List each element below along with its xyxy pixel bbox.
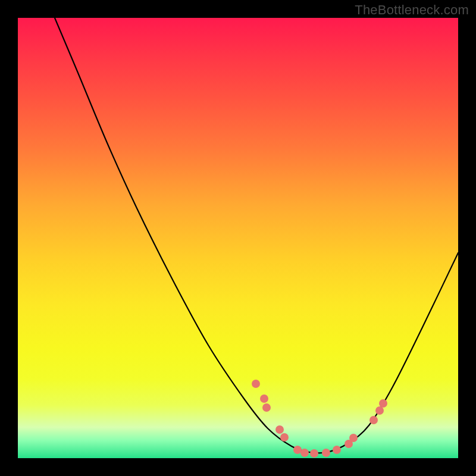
- chart-plot-area: [18, 18, 458, 458]
- data-points-group: [252, 380, 387, 458]
- data-point: [310, 449, 318, 458]
- data-point: [375, 406, 384, 415]
- data-point: [349, 434, 358, 442]
- data-point: [275, 425, 284, 434]
- data-point: [333, 446, 341, 454]
- data-point: [252, 380, 260, 388]
- data-point: [369, 416, 378, 424]
- data-point: [300, 449, 309, 457]
- data-point: [379, 399, 387, 408]
- watermark-text: TheBottleneck.com: [355, 2, 469, 18]
- chart-svg: [18, 18, 458, 458]
- data-point: [262, 403, 271, 412]
- data-point: [322, 449, 330, 457]
- data-point: [280, 433, 289, 441]
- data-point: [293, 446, 302, 454]
- data-point: [260, 394, 268, 403]
